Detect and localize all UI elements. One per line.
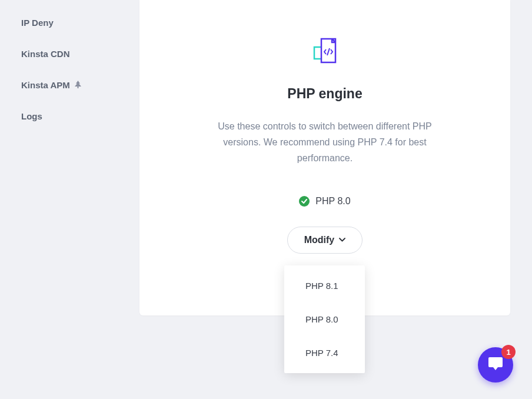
chat-badge: 1 <box>501 345 516 359</box>
tree-icon <box>75 81 81 90</box>
check-circle-icon <box>299 196 310 207</box>
sidebar-item-label: Logs <box>21 111 42 121</box>
current-version-status: PHP 8.0 <box>167 196 483 207</box>
sidebar-item-ip-deny[interactable]: IP Deny <box>0 7 129 38</box>
sidebar-item-logs[interactable]: Logs <box>0 101 129 132</box>
sidebar-item-label: Kinsta CDN <box>21 49 70 59</box>
chat-launcher-button[interactable]: 1 <box>478 347 513 383</box>
dropdown-item-php-8-1[interactable]: PHP 8.1 <box>284 269 365 302</box>
modify-button[interactable]: Modify <box>287 227 363 254</box>
card-title: PHP engine <box>167 86 483 102</box>
sidebar: IP Deny Kinsta CDN Kinsta APM Logs <box>0 0 129 139</box>
chat-icon <box>487 355 504 374</box>
sidebar-item-kinsta-cdn[interactable]: Kinsta CDN <box>0 38 129 69</box>
current-version-label: PHP 8.0 <box>315 196 350 207</box>
dropdown-item-php-7-4[interactable]: PHP 7.4 <box>284 336 365 370</box>
dropdown-item-php-8-0[interactable]: PHP 8.0 <box>284 302 365 336</box>
php-version-dropdown: PHP 8.1 PHP 8.0 PHP 7.4 <box>284 265 365 373</box>
chevron-down-icon <box>339 238 345 242</box>
sidebar-item-label: IP Deny <box>21 18 54 28</box>
php-file-icon <box>308 35 341 68</box>
card-description: Use these controls to switch between dif… <box>201 118 448 167</box>
sidebar-item-kinsta-apm[interactable]: Kinsta APM <box>0 69 129 101</box>
sidebar-item-label: Kinsta APM <box>21 80 70 90</box>
modify-button-label: Modify <box>304 235 335 245</box>
